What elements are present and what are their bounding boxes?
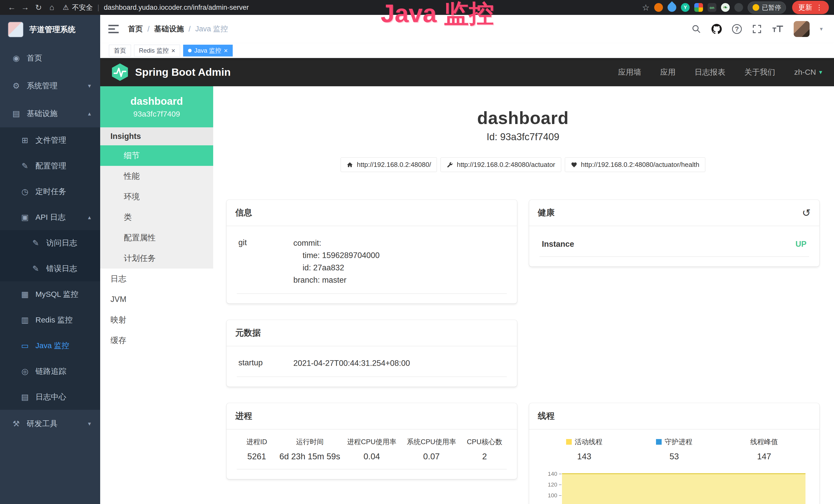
spring-boot-admin-logo[interactable] (110, 63, 129, 82)
sidebar-item-log-center[interactable]: ▤ 日志中心 (0, 384, 100, 410)
legend-label: 活动线程 (575, 437, 602, 446)
tab-java-monitor[interactable]: Java 监控 × (183, 45, 233, 56)
sidebar-item-mysql-monitor[interactable]: ▦ MySQL 监控 (0, 281, 100, 307)
process-proc-cpu-value: 0.04 (343, 452, 400, 461)
live-threads-area (562, 473, 806, 504)
metadata-card-header: 元数据 (226, 320, 517, 346)
sba-item-mappings[interactable]: 映射 (100, 310, 213, 330)
gear-icon: ⚙ (11, 81, 21, 91)
close-icon[interactable]: × (171, 47, 175, 54)
sba-item-scheduled-tasks[interactable]: 计划任务 (100, 248, 213, 269)
locale-label: zh-CN (794, 68, 816, 76)
update-button[interactable]: 更新 ⋮ (792, 1, 829, 14)
avatar-caret-icon[interactable]: ▾ (820, 26, 823, 32)
sidebar-item-java-monitor[interactable]: ▭ Java 监控 (0, 333, 100, 359)
url-text[interactable]: dashboard.yudao.iocoder.cn/infra/admin-s… (104, 4, 249, 12)
sidebar-item-file-management[interactable]: ⊞ 文件管理 (0, 127, 100, 153)
breadcrumb-home[interactable]: 首页 (128, 24, 143, 34)
metadata-card-body: startup 2021-04-27T00:44:31.254+08:00 (226, 346, 517, 387)
sidebar-item-api-logs[interactable]: ▣ API 日志 ▴ (0, 204, 100, 230)
browser-forward-icon[interactable]: → (19, 2, 32, 13)
instance-links: http://192.168.0.2:48080/ http://192.168… (226, 157, 819, 172)
tools-icon: ⚒ (11, 419, 21, 429)
git-commit-line: commit: (293, 237, 505, 249)
info-row-git: git commit: time: 1596289704000 id: 27aa… (237, 234, 507, 294)
sba-item-classes[interactable]: 类 (100, 207, 213, 228)
sidebar-item-scheduled-tasks[interactable]: ◷ 定时任务 (0, 179, 100, 204)
service-url-chip[interactable]: http://192.168.0.2:48080/ (341, 157, 437, 172)
ytick-label: 120 (548, 481, 557, 488)
font-size-icon[interactable] (772, 24, 784, 33)
sidebar-item-redis-monitor[interactable]: ▥ Redis 监控 (0, 307, 100, 333)
sba-item-jvm[interactable]: JVM (100, 289, 213, 310)
address-bar[interactable]: ⚠ 不安全 | dashboard.yudao.iocoder.cn/infra… (63, 3, 249, 12)
health-row-instance: Instance UP (540, 234, 809, 257)
browser-home-icon[interactable]: ⌂ (45, 2, 59, 13)
sba-nav-journal[interactable]: 日志报表 (695, 67, 725, 77)
browser-back-icon[interactable]: ← (5, 2, 19, 13)
actuator-url-chip[interactable]: http://192.168.0.2:48080/actuator (440, 157, 561, 172)
sidebar-item-system-management[interactable]: ⚙ 系统管理 ▾ (0, 72, 100, 100)
sba-item-logs[interactable]: 日志 (100, 269, 213, 289)
security-warning-icon: ⚠ (63, 3, 69, 12)
security-label[interactable]: 不安全 (72, 3, 93, 12)
extension-puppeteer-icon[interactable] (734, 3, 743, 12)
history-icon[interactable]: ↺ (802, 208, 811, 218)
card-title: 健康 (538, 207, 555, 219)
sba-nav-wallboard[interactable]: 应用墙 (618, 67, 641, 77)
sidebar-item-error-logs[interactable]: ✎ 错误日志 (0, 256, 100, 281)
sba-item-environment[interactable]: 环境 (100, 186, 213, 207)
extension-drop-icon[interactable] (666, 1, 678, 14)
hamburger-icon[interactable] (108, 24, 119, 34)
health-url-chip[interactable]: http://192.168.0.2:48080/actuator/health (565, 157, 705, 172)
sba-item-caches[interactable]: 缓存 (100, 330, 213, 351)
api-log-icon: ▣ (20, 212, 30, 222)
search-icon[interactable] (692, 24, 701, 34)
tab-redis-monitor[interactable]: Redis 监控 × (134, 45, 180, 56)
kebab-menu-icon[interactable]: ⋮ (816, 3, 823, 12)
tab-home[interactable]: 首页 (109, 45, 131, 56)
sidebar-item-home[interactable]: ◉ 首页 (0, 44, 100, 72)
extension-grid-icon[interactable] (694, 3, 703, 12)
locale-dropdown[interactable]: zh-CN ▾ (794, 68, 822, 76)
close-icon[interactable]: × (224, 47, 228, 54)
sidebar-item-trace[interactable]: ◎ 链路追踪 (0, 359, 100, 384)
paused-chip[interactable]: 已暂停 (748, 2, 786, 14)
sba-group-insights[interactable]: Insights (100, 127, 213, 145)
legend-live-threads: 活动线程 (540, 437, 629, 446)
sidebar-item-dev-tools[interactable]: ⚒ 研发工具 ▾ (0, 410, 100, 437)
sidebar-item-config-management[interactable]: ✎ 配置管理 (0, 153, 100, 179)
error-log-icon: ✎ (31, 264, 41, 273)
clock-icon: ◷ (20, 187, 30, 197)
breadcrumb-section[interactable]: 基础设施 (154, 24, 184, 34)
sba-instance-header[interactable]: dashboard 93a3fc7f7409 (100, 86, 213, 127)
sba-sidebar: dashboard 93a3fc7f7409 Insights 细节 性能 环境… (100, 86, 213, 504)
bookmark-star-icon[interactable]: ☆ (642, 3, 650, 13)
sidebar-item-access-logs[interactable]: ✎ 访问日志 (0, 230, 100, 256)
heart-icon (571, 161, 577, 168)
sba-item-config-props[interactable]: 配置属性 (100, 228, 213, 248)
home-icon (347, 161, 353, 168)
process-cores-value: 2 (462, 452, 506, 461)
sba-nav-about[interactable]: 关于我们 (744, 67, 775, 77)
threads-card-body: 活动线程 守护进程 线程峰值 143 (529, 430, 820, 504)
sba-brand-title[interactable]: Spring Boot Admin (135, 66, 231, 78)
browser-reload-icon[interactable]: ↻ (32, 2, 45, 13)
extension-fox-icon[interactable] (654, 3, 663, 12)
extension-y-icon[interactable]: Y (681, 3, 690, 12)
sidebar-item-label: 文件管理 (36, 135, 66, 145)
extension-leaf-icon[interactable]: ❧ (721, 3, 730, 12)
user-avatar[interactable] (794, 21, 810, 37)
fullscreen-icon[interactable] (752, 24, 762, 34)
help-icon[interactable]: ? (732, 24, 742, 34)
sba-item-performance[interactable]: 性能 (100, 166, 213, 186)
sidebar-item-label: 错误日志 (46, 264, 77, 274)
process-card: 进程 进程ID 运行时间 进程CPU使用率 系统CPU使用率 CPU核心数 52… (226, 403, 517, 479)
github-icon[interactable] (711, 24, 722, 34)
sba-nav-applications[interactable]: 应用 (660, 67, 676, 77)
health-card-body: Instance UP (529, 226, 820, 267)
sba-item-details[interactable]: 细节 (100, 145, 213, 166)
sidebar-item-infrastructure[interactable]: ▤ 基础设施 ▴ (0, 100, 100, 127)
app-logo-row[interactable]: 芋道管理系统 (0, 15, 100, 44)
extension-on-badge-icon[interactable]: on (708, 3, 716, 12)
